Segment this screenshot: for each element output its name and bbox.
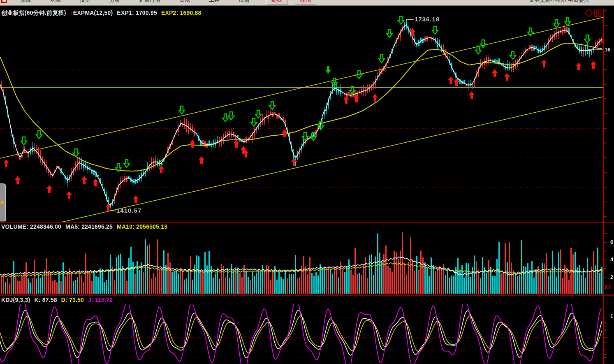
buy-signal-legend-icon: ↑: [70, 9, 73, 17]
sidebar-expand-handle[interactable]: [0, 183, 6, 222]
peak-price-annotation: 1736.18: [415, 16, 440, 23]
volume-header: VOLUME: 2248346.00 MA5: 2241695.25 MA10:…: [1, 223, 167, 230]
kdj-indicator-label[interactable]: KDJ(9,3,3): [1, 297, 30, 303]
kdj-scale-100: 1: [610, 313, 613, 319]
expma-indicator-label[interactable]: EXPMA(12,50): [73, 9, 113, 17]
kdj-header: KDJ(9,3,3) K: 87.58 D: 73.50 J: 115.72: [1, 297, 113, 303]
chart-canvas[interactable]: [0, 0, 614, 364]
volume-scale-4: 4: [610, 256, 613, 262]
kdj-d-value: D: 73.50: [61, 297, 84, 303]
last-price-axis-label: 16: [605, 46, 610, 53]
volume-scale-6: 6: [610, 239, 613, 245]
chart-grid-icon[interactable]: [594, 9, 601, 17]
volume-ma10-value: MA10: 2056505.13: [117, 223, 167, 230]
trough-price-annotation: 1410.57: [116, 207, 141, 214]
exp2-value: EXP2: 1690.88: [161, 9, 202, 17]
main-chart-header: 创业板指(60分钟.前复权) ↑ EXPMA(12,50) EXP1: 1700…: [1, 9, 201, 17]
volume-ma5-value: MA5: 2241695.25: [65, 223, 113, 230]
volume-multiplier-label: X1: [605, 285, 611, 290]
exp1-value: EXP1: 1700.95: [117, 9, 157, 17]
chart-corner-tools: [586, 9, 601, 17]
kdj-k-value: K: 87.58: [34, 297, 57, 303]
trading-terminal-window: 系统 功能 报价 分析 扩展行情 资讯 工具 市场 期权 模拟 证券交易不显示 …: [0, 0, 614, 364]
volume-scale-2: 2: [610, 274, 613, 280]
expand-arrow-icon: [1, 200, 4, 205]
instrument-title: 创业板指(60分钟.前复权): [1, 9, 66, 17]
kdj-j-value: J: 115.72: [88, 297, 113, 303]
diamond-marker-icon[interactable]: [584, 9, 593, 17]
volume-value[interactable]: VOLUME: 2248346.00: [1, 223, 61, 230]
